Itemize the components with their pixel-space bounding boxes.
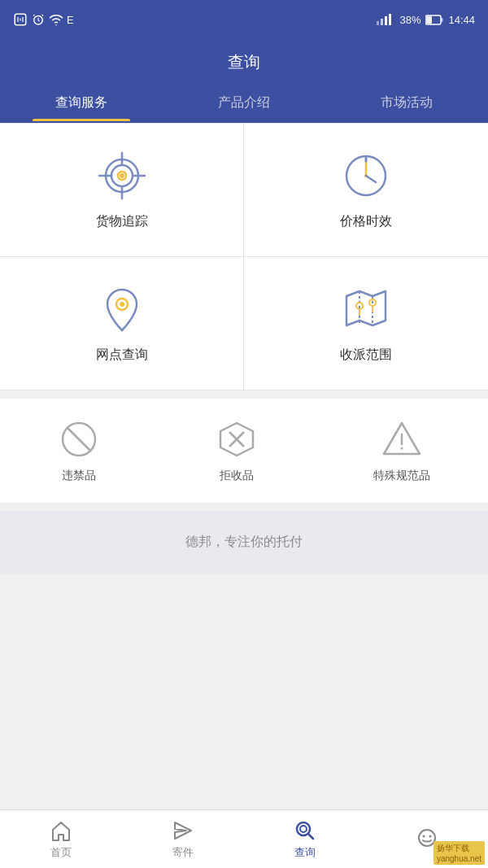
battery-percent: 38% [399,14,420,26]
special-regulated-label: 特殊规范品 [373,469,430,483]
tab-query-service[interactable]: 查询服务 [0,85,163,121]
svg-point-35 [401,447,403,450]
slogan-text: 德邦，专注你的托付 [185,534,303,548]
target-icon [96,150,148,202]
nav-query-label: 查询 [294,845,316,860]
location-icon [96,283,148,335]
svg-point-41 [429,835,432,837]
wifi-icon [49,12,63,27]
network-type: E [67,14,74,26]
alarm-icon [31,12,46,27]
tab-bar: 查询服务 产品介绍 市场活动 [0,85,488,123]
tab-product-intro[interactable]: 产品介绍 [163,85,325,121]
nav-home[interactable]: 首页 [0,810,122,868]
signal-icon [377,14,394,25]
nfc-icon [13,12,28,27]
rejected-label: 拒收品 [220,469,254,483]
rejected-item[interactable]: 拒收品 [216,418,258,483]
svg-point-16 [120,173,124,178]
svg-point-23 [120,302,124,307]
time-display: 14:44 [448,14,475,26]
svg-rect-5 [389,14,391,25]
send-icon [172,819,194,842]
svg-rect-7 [426,16,432,24]
warning-icon [381,418,423,460]
svg-point-37 [300,826,307,832]
nav-send-label: 寄件 [172,845,194,860]
prohibited-item[interactable]: 违禁品 [58,418,100,483]
battery-icon [425,15,443,25]
home-icon [50,819,72,842]
outlet-query-item[interactable]: 网点查询 [0,257,244,390]
status-right: 38% 14:44 [377,14,475,26]
svg-point-40 [423,835,425,837]
main-content: 货物追踪 价格时效 网点查询 [0,123,488,809]
svg-rect-4 [385,16,387,25]
clock-icon [340,150,392,202]
rejected-icon [216,418,258,460]
watermark: 扬华下载 yanghua.net [434,841,485,865]
nav-home-label: 首页 [50,845,72,860]
nav-send[interactable]: 寄件 [122,810,244,868]
tab-market-activity[interactable]: 市场活动 [325,85,488,121]
query-icon [294,819,316,842]
status-left: E [13,12,74,27]
svg-line-31 [67,427,91,451]
svg-rect-3 [381,19,383,25]
svg-rect-2 [377,21,379,25]
special-regulated-item[interactable]: 特殊规范品 [373,418,430,483]
page-header: 查询 [0,39,488,85]
service-grid: 货物追踪 价格时效 网点查询 [0,123,488,390]
pickup-range-label: 收派范围 [340,347,392,364]
map-icon [340,283,392,335]
page-title: 查询 [228,51,260,73]
prohibited-label: 违禁品 [62,469,96,483]
svg-line-38 [308,834,313,839]
price-timeliness-item[interactable]: 价格时效 [244,124,488,257]
svg-rect-8 [442,18,443,22]
nav-query[interactable]: 查询 [244,810,366,868]
cargo-tracking-item[interactable]: 货物追踪 [0,124,244,257]
prohibited-icon [58,418,100,460]
slogan-section: 德邦，专注你的托付 [0,511,488,574]
svg-line-20 [366,176,376,182]
cargo-tracking-label: 货物追踪 [96,213,148,230]
info-section: 违禁品 拒收品 特殊规范品 [0,399,488,503]
status-bar: E 38% 14:44 [0,0,488,39]
bottom-nav: 首页 寄件 查询 扬华下载 yanghua.net [0,809,488,868]
pickup-range-item[interactable]: 收派范围 [244,257,488,390]
outlet-query-label: 网点查询 [96,347,148,364]
price-timeliness-label: 价格时效 [340,213,392,230]
